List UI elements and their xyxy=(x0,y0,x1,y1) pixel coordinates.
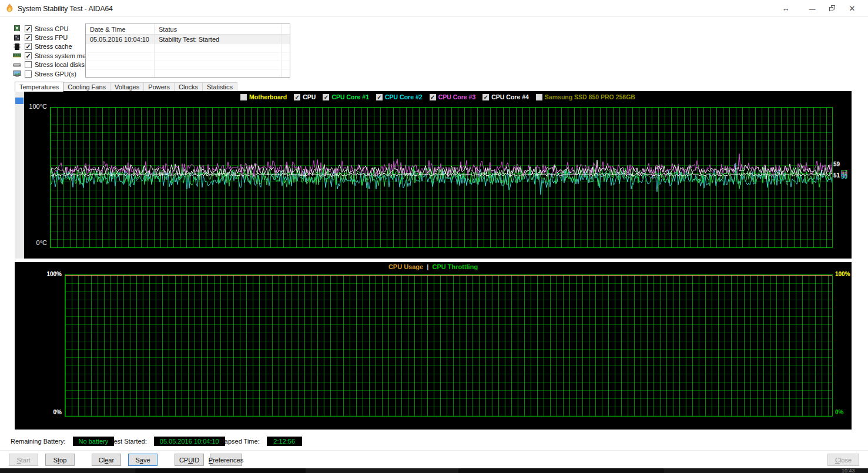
resize-window-button[interactable]: ↔ xyxy=(777,0,795,17)
cpu-core-1-legend-checkbox[interactable] xyxy=(323,94,329,100)
cpu-usage-line xyxy=(65,275,832,276)
cpu-usage-legend-label: CPU Usage xyxy=(388,263,423,270)
stress-option-label: Stress GPU(s) xyxy=(35,71,76,78)
column-header-date-time[interactable]: Date & Time xyxy=(86,24,155,35)
cpu-chip-icon xyxy=(13,25,22,32)
cpuid-button[interactable]: CPUID xyxy=(175,454,204,466)
stress-system-memory-checkbox[interactable] xyxy=(25,52,32,59)
temperature-plot-grid xyxy=(50,107,833,248)
status-label: Elapsed Time: xyxy=(219,438,260,445)
legend-label: CPU Core #2 xyxy=(385,93,423,100)
log-row-empty xyxy=(86,53,290,62)
title-bar: System Stability Test - AIDA64 ↔—✕ xyxy=(0,0,868,17)
cell xyxy=(281,53,290,62)
legend-item-cpu-core-3: CPU Core #3 xyxy=(430,93,476,100)
minimize-window-button[interactable]: — xyxy=(803,0,821,17)
tab-cooling-fans[interactable]: Cooling Fans xyxy=(63,82,110,92)
temperature-legend: MotherboardCPUCPU Core #1CPU Core #2CPU … xyxy=(24,93,852,101)
temp-value-label: 51 xyxy=(833,172,840,179)
tab-powers[interactable]: Powers xyxy=(143,82,175,92)
cell xyxy=(86,44,155,53)
stress-cache-checkbox[interactable] xyxy=(25,43,32,50)
tab-bar: TemperaturesCooling FansVoltagesPowersCl… xyxy=(15,82,237,92)
stress-option-label: Stress CPU xyxy=(35,25,68,32)
status-label: Test Started: xyxy=(110,438,147,445)
status-value: No battery xyxy=(73,437,115,446)
log-row-empty xyxy=(86,70,290,78)
vertical-scrollbar[interactable] xyxy=(15,91,24,259)
legend-label: CPU Core #3 xyxy=(438,93,476,100)
legend-item-cpu-core-2: CPU Core #2 xyxy=(376,93,423,100)
legend-label: Samsung SSD 850 PRO 256GB xyxy=(545,93,635,100)
cpu-core-2-legend-checkbox[interactable] xyxy=(376,94,383,100)
cell xyxy=(155,53,281,62)
column-header-spare xyxy=(281,24,290,35)
cell xyxy=(281,70,290,78)
tab-clocks[interactable]: Clocks xyxy=(174,82,203,92)
cpu-legend-checkbox[interactable] xyxy=(294,94,300,100)
gpu-monitor-icon xyxy=(13,70,22,78)
stress-fpu-checkbox[interactable] xyxy=(25,34,32,41)
legend-item-cpu-core-1: CPU Core #1 xyxy=(323,93,369,100)
legend-label: CPU xyxy=(303,93,316,100)
restore-window-button[interactable] xyxy=(823,0,841,17)
taskbar-clock: 10:43 xyxy=(842,468,855,473)
log-row[interactable]: 05.05.2016 10:04:10Stability Test: Start… xyxy=(86,35,290,44)
cpu-throttling-legend-label: CPU Throttling xyxy=(433,263,478,270)
stress-option-label: Stress cache xyxy=(35,43,72,50)
stress-cpu-checkbox[interactable] xyxy=(25,25,32,32)
tab-voltages[interactable]: Voltages xyxy=(110,82,144,92)
legend-item-cpu-core-4: CPU Core #4 xyxy=(482,93,529,100)
usage-plot-grid xyxy=(65,274,833,417)
cell xyxy=(281,44,290,53)
hard-disk-icon xyxy=(13,61,22,69)
temp-axis-max-label: 100°C xyxy=(24,103,47,110)
temp-value-label: 50 xyxy=(841,173,847,180)
status-remaining-battery: Remaining Battery:No battery xyxy=(11,435,114,447)
cell xyxy=(155,70,281,78)
legend-item-motherboard: Motherboard xyxy=(240,93,287,100)
column-header-status[interactable]: Status xyxy=(155,24,281,35)
scrollbar-thumb[interactable] xyxy=(15,98,24,104)
footer-separator xyxy=(0,450,868,451)
system-stability-test-window: System Stability Test - AIDA64 ↔—✕ Stres… xyxy=(0,0,868,473)
tab-statistics[interactable]: Statistics xyxy=(202,82,237,92)
log-table-header: Date & TimeStatus xyxy=(86,24,290,35)
status-test-started: Test Started:05.05.2016 10:04:10 xyxy=(110,435,225,447)
temp-axis-min-label: 0°C xyxy=(24,239,47,246)
log-table-body: 05.05.2016 10:04:10Stability Test: Start… xyxy=(86,35,290,78)
flame-icon xyxy=(5,4,14,13)
cell xyxy=(155,44,281,53)
clear-button[interactable]: Clear xyxy=(92,454,121,466)
restore-icon xyxy=(829,5,836,12)
cell xyxy=(86,61,155,70)
legend-separator: | xyxy=(423,263,432,270)
cell xyxy=(86,70,155,78)
event-log-table[interactable]: Date & TimeStatus 05.05.2016 10:04:10Sta… xyxy=(85,24,290,78)
taskbar-strip: 10:43 xyxy=(0,468,868,473)
legend-item-samsung-ssd-850-pro-256gb: Samsung SSD 850 PRO 256GB xyxy=(536,93,635,100)
stress-gpu-s-checkbox[interactable] xyxy=(25,71,32,78)
tab-temperatures[interactable]: Temperatures xyxy=(15,82,63,92)
cell xyxy=(281,61,290,70)
start-button: Start xyxy=(9,454,38,466)
save-button[interactable]: Save xyxy=(128,454,157,466)
cell xyxy=(155,61,281,70)
stop-button[interactable]: Stop xyxy=(45,454,75,466)
status-value: 05.05.2016 10:04:10 xyxy=(154,437,225,446)
usage-chart-panel: CPU Usage | CPU Throttling 100% 0% 100% … xyxy=(15,262,852,430)
cache-chip-icon xyxy=(13,43,22,51)
cpu-core-3-legend-checkbox[interactable] xyxy=(430,94,436,100)
close-window-button[interactable]: ✕ xyxy=(843,0,861,17)
samsung-ssd-850-pro-256gb-legend-checkbox[interactable] xyxy=(536,94,542,100)
cell xyxy=(86,53,155,62)
legend-label: CPU Core #1 xyxy=(331,93,369,100)
cpu-usage-current-value: 100% xyxy=(835,271,850,277)
stress-local-disks-checkbox[interactable] xyxy=(25,61,32,68)
cpu-core-4-legend-checkbox[interactable] xyxy=(482,94,489,100)
close-button: Close xyxy=(827,454,859,466)
temperature-chart-panel: MotherboardCPUCPU Core #1CPU Core #2CPU … xyxy=(15,91,852,259)
motherboard-legend-checkbox[interactable] xyxy=(240,94,247,100)
preferences-button[interactable]: Preferences xyxy=(210,454,242,466)
status-label: Remaining Battery: xyxy=(11,438,66,445)
